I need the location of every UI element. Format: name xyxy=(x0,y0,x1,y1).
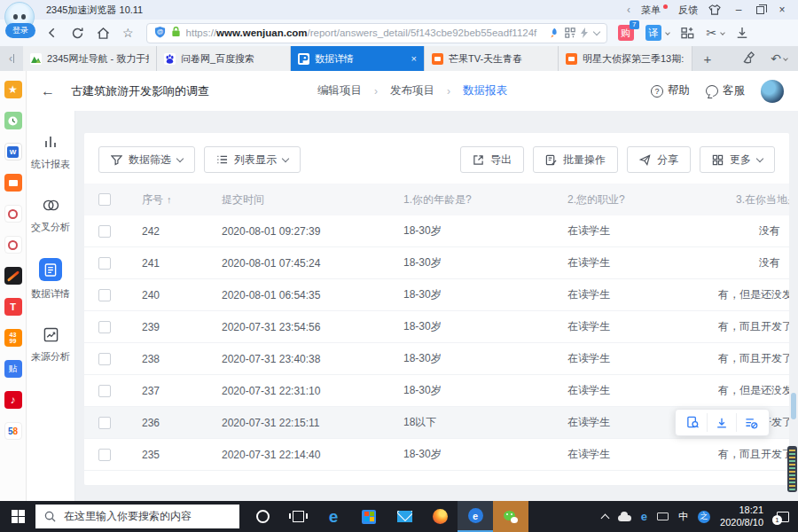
more-button[interactable]: 更多 xyxy=(700,146,775,173)
menu-collapse-icon[interactable]: ‹ xyxy=(627,4,630,16)
login-button[interactable]: 登录 xyxy=(5,23,35,38)
sidebar-item-source-analysis[interactable]: 来源分析 xyxy=(31,325,70,364)
sidebar-mini-widget[interactable] xyxy=(787,446,797,492)
sidebar-item-data-detail[interactable]: 数据详情 xyxy=(31,258,70,301)
4399-games-icon[interactable]: 4399 xyxy=(4,329,22,347)
game-flame-icon[interactable] xyxy=(4,267,22,285)
view-detail-icon[interactable] xyxy=(678,413,708,432)
shopping-extension-button[interactable]: 购 7 xyxy=(618,25,634,41)
restore-button[interactable] xyxy=(756,6,764,14)
close-button[interactable]: × xyxy=(775,4,789,16)
feedback-button[interactable]: 反馈 xyxy=(678,4,698,17)
select-all-checkbox[interactable] xyxy=(98,193,111,206)
microsoft-store-icon[interactable] xyxy=(351,501,387,532)
mark-invalid-icon[interactable] xyxy=(737,413,766,432)
share-button[interactable]: 分享 xyxy=(627,146,691,173)
table-row[interactable]: 235 2020-07-31 22:14:40 18-30岁 在读学生 有，而且… xyxy=(84,439,789,471)
translate-dropdown-icon[interactable] xyxy=(665,30,670,35)
row-checkbox[interactable] xyxy=(98,385,111,397)
row-checkbox[interactable] xyxy=(98,353,111,365)
step-publish-project[interactable]: 发布项目 xyxy=(390,83,434,98)
row-checkbox[interactable] xyxy=(98,321,111,333)
row-checkbox[interactable] xyxy=(98,257,111,270)
addressbar-dropdown-icon[interactable] xyxy=(592,27,599,35)
download-button[interactable] xyxy=(736,27,748,39)
help-button[interactable]: ?帮助 xyxy=(651,83,690,98)
download-row-icon[interactable] xyxy=(708,413,737,432)
history-clock-icon[interactable] xyxy=(4,112,22,129)
translate-extension-button[interactable]: 译 xyxy=(645,25,669,41)
tray-browser-icon[interactable]: e xyxy=(641,510,647,523)
tab-close-icon[interactable]: × xyxy=(408,53,417,64)
baidu-tieba-icon[interactable]: 贴 xyxy=(4,360,22,378)
tencent-video-icon[interactable]: T xyxy=(4,298,22,316)
row-checkbox[interactable] xyxy=(98,417,111,429)
tab-collapse-icon[interactable]: ‹ xyxy=(0,46,23,71)
reopen-closed-tab-button[interactable]: ↶ xyxy=(771,51,787,66)
table-row-hovered[interactable]: 236 2020-07-31 22:15:11 18以下 在读学生 有，而且开发… xyxy=(84,407,789,439)
minimize-button[interactable]: – xyxy=(732,4,746,16)
sidebar-item-cross-analysis[interactable]: 交叉分析 xyxy=(31,195,70,234)
word-document-icon[interactable]: W xyxy=(4,143,22,160)
row-checkbox[interactable] xyxy=(98,289,111,301)
clean-broom-icon[interactable] xyxy=(743,51,756,66)
netease-music-icon[interactable]: ♪ xyxy=(4,391,22,409)
tab-data-detail[interactable]: 数据详情 × xyxy=(291,46,425,71)
taskbar-clock[interactable]: 18:21 2020/8/10 xyxy=(720,505,763,529)
step-edit-project[interactable]: 编辑项目 xyxy=(317,83,362,98)
screenshot-scissors-button[interactable]: ✂ xyxy=(707,26,725,40)
2345-browser-taskbar-icon[interactable]: e xyxy=(458,501,493,532)
tray-expand-icon[interactable] xyxy=(600,513,609,522)
col-seq[interactable]: 序号 xyxy=(142,192,163,207)
page-scrollbar-thumb[interactable] xyxy=(791,393,796,419)
firefox-icon[interactable] xyxy=(422,501,458,532)
table-row[interactable]: 241 2020-08-01 07:45:24 18-30岁 在读学生 没有 xyxy=(84,247,789,279)
ime-indicator[interactable]: 中 xyxy=(678,510,688,523)
tab-2345-nav[interactable]: 2345网址导航 - 致力于打造百 xyxy=(23,46,157,71)
filter-button[interactable]: 数据筛选 xyxy=(98,146,195,173)
touch-keyboard-icon[interactable] xyxy=(657,512,669,520)
skin-icon[interactable] xyxy=(708,4,721,15)
tab-baidu-search[interactable]: 问卷网_百度搜索 xyxy=(157,46,291,71)
table-row[interactable]: 242 2020-08-01 09:27:39 18-30岁 在读学生 没有 xyxy=(84,215,789,247)
back-button[interactable] xyxy=(46,27,59,39)
column-display-button[interactable]: 列表显示 xyxy=(204,146,301,173)
input-method-icon[interactable]: 之 xyxy=(698,511,710,523)
survey-back-button[interactable]: ← xyxy=(41,83,55,99)
tab-mgtv-show[interactable]: 明星大侦探第三季13期: 金条 xyxy=(559,46,692,71)
mgtv-app-icon[interactable] xyxy=(4,174,22,192)
edge-taskbar-icon[interactable]: e xyxy=(316,501,351,532)
table-row[interactable]: 237 2020-07-31 22:31:10 18-30岁 在读学生 有，但是… xyxy=(84,375,789,407)
export-button[interactable]: 导出 xyxy=(460,146,524,173)
qr-code-icon[interactable] xyxy=(565,27,575,38)
58-tongcheng-icon[interactable]: 58 xyxy=(4,422,22,440)
cortana-button[interactable] xyxy=(245,501,280,532)
favorites-star-icon[interactable]: ★ xyxy=(4,81,22,98)
site-shield-icon[interactable]: @ xyxy=(154,26,166,41)
wechat-taskbar-icon[interactable] xyxy=(493,501,528,532)
table-row[interactable]: 239 2020-07-31 23:54:56 18-30岁 在读学生 有，而且… xyxy=(84,311,789,343)
start-button[interactable] xyxy=(0,501,35,532)
red-seal-icon-2[interactable] xyxy=(4,236,22,254)
sidebar-item-stats-report[interactable]: 统计报表 xyxy=(31,132,70,171)
row-checkbox[interactable] xyxy=(98,225,111,238)
sort-asc-icon[interactable]: ↑ xyxy=(167,194,172,205)
customer-service-button[interactable]: 客服 xyxy=(706,83,745,98)
refresh-button[interactable] xyxy=(71,27,84,40)
batch-operation-button[interactable]: 批量操作 xyxy=(533,146,618,173)
table-row[interactable]: 238 2020-07-31 23:40:38 18-30岁 在读学生 有，而且… xyxy=(84,343,789,375)
mail-app-icon[interactable] xyxy=(387,501,422,532)
notification-center-icon[interactable]: 1 xyxy=(777,512,789,522)
taskbar-search-box[interactable]: 在这里输入你要搜索的内容 xyxy=(35,505,239,528)
menu-button[interactable]: 菜单 xyxy=(641,4,668,17)
home-button[interactable] xyxy=(97,27,110,40)
address-bar[interactable]: @ https://www.wenjuan.com/report/answers… xyxy=(146,23,607,43)
user-avatar[interactable] xyxy=(761,80,784,103)
speed-rocket-icon[interactable] xyxy=(548,27,559,39)
row-checkbox[interactable] xyxy=(98,449,111,461)
browser-logo[interactable]: 登录 xyxy=(4,2,40,39)
onedrive-cloud-icon[interactable] xyxy=(618,515,631,521)
tab-mgtv-home[interactable]: 芒果TV-天生青春 xyxy=(425,46,559,71)
bookmark-star-icon[interactable]: ☆ xyxy=(122,26,134,40)
table-row[interactable]: 240 2020-08-01 06:54:35 18-30岁 在读学生 有，但是… xyxy=(84,279,789,311)
